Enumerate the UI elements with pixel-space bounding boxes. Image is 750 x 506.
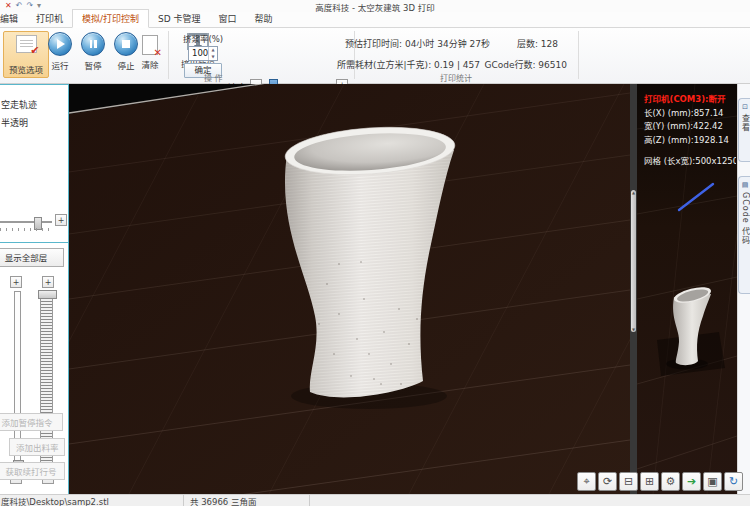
menu-tab-window[interactable]: 窗口 xyxy=(210,10,246,27)
transparency-plus-button[interactable]: + xyxy=(55,214,67,226)
pause-button[interactable]: 暂停 xyxy=(77,32,109,71)
slurry-rate-spinner[interactable]: 100 ▲ ▼ xyxy=(188,46,218,61)
left-sidebar: 空走轨迹 半透明 + 显示全部层 + + - - 添加暂停指令 添加出料率 获取… xyxy=(0,84,69,494)
tab-view[interactable]: ⊡ 查看 xyxy=(738,98,750,162)
transparency-slider[interactable] xyxy=(0,216,54,234)
right-tab-strip: ⊡ 查看 ▤ GCode 代码 xyxy=(737,84,750,494)
save-button[interactable]: ▣ xyxy=(703,472,722,491)
file-path: 度科技\Desktop\samp2.stl xyxy=(0,495,184,506)
layer-ruler-thumb[interactable] xyxy=(38,290,57,299)
rotate-view-button[interactable]: ⟳ xyxy=(598,472,617,491)
sidebar-divider xyxy=(0,242,69,243)
add-extrusion-rate-button[interactable]: 添加出料率 xyxy=(9,438,65,456)
spinner-arrows[interactable]: ▲ ▼ xyxy=(208,47,217,60)
status-bar: 度科技\Desktop\samp2.stl 共 36966 三角面 xyxy=(0,494,750,506)
menu-bar: 编辑 打印机 模拟/打印控制 SD 卡管理 窗口 帮助 xyxy=(0,12,750,28)
menu-tab-sim-print-control[interactable]: 模拟/打印控制 xyxy=(72,9,149,28)
ribbon-separator xyxy=(168,31,169,79)
pause-icon xyxy=(81,32,105,56)
layer-ruler-top-plus-button[interactable]: + xyxy=(42,276,54,288)
show-all-layers-button[interactable]: 显示全部层 xyxy=(0,248,64,267)
viewport-toolbar: ⌖ ⟳ ⊟ ⊞ ⚙ ➔ ▣ ↻ xyxy=(577,472,743,491)
preview-info-overlay: 打印机(COM3):断开 长(X) (mm):857.14 宽(Y) (mm):… xyxy=(644,92,736,166)
splitter-up-icon: ▲ xyxy=(632,190,635,195)
operation-group-label: 操 作 xyxy=(204,72,223,83)
3d-viewport[interactable] xyxy=(69,84,630,494)
printer-status: 打印机(COM3):断开 xyxy=(644,92,736,104)
translucent-toggle[interactable]: 半透明 xyxy=(1,116,28,129)
play-icon xyxy=(48,32,72,56)
clear-button[interactable]: 清除 xyxy=(134,32,166,70)
spin-down-icon[interactable]: ▼ xyxy=(212,55,215,59)
view-icon: ⊡ xyxy=(742,103,748,111)
menu-tab-help[interactable]: 帮助 xyxy=(246,10,282,27)
collapse-window-button[interactable]: ⊟ xyxy=(619,472,638,491)
dimension-z: 高(Z) (mm):1928.14 xyxy=(644,133,736,145)
gcode-icon: ▤ xyxy=(742,181,749,189)
ribbon-separator xyxy=(578,31,579,79)
splitter-handle[interactable]: ▲ ▼ xyxy=(631,190,636,332)
spin-up-icon[interactable]: ▲ xyxy=(212,48,215,52)
reset-view-button[interactable]: ↻ xyxy=(724,472,743,491)
tab-gcode[interactable]: ▤ GCode 代码 xyxy=(738,176,750,294)
delete-page-icon xyxy=(142,35,158,55)
layer-slider-top-plus-button[interactable]: + xyxy=(10,276,22,288)
add-pause-command-button[interactable]: 添加暂停指令 xyxy=(0,413,63,431)
grid-info: 网格 (长x宽):500x1250 xyxy=(644,154,736,166)
layer-count: 层数: 128 xyxy=(517,37,558,50)
print-preview-pane[interactable]: 打印机(COM3):断开 长(X) (mm):857.14 宽(Y) (mm):… xyxy=(637,84,737,494)
menu-tab-printer[interactable]: 打印机 xyxy=(27,10,72,27)
triangle-count: 共 36966 三角面 xyxy=(184,495,310,506)
center-model-button[interactable]: ⌖ xyxy=(577,472,596,491)
gcode-line-count: GCode行数: 96510 xyxy=(484,58,567,71)
run-button[interactable]: 运行 xyxy=(44,32,76,71)
ribbon-toolbar: 预览选项 运行 暂停 停止 清除 挤出暂停 挤浆率(%) 100 ▲ ▼ 确定 xyxy=(0,28,750,84)
material-needed: 所需耗材(立方米|千克): 0.19 | 457 xyxy=(337,58,480,71)
viewport-splitter[interactable]: ▲ ▼ xyxy=(630,84,637,494)
slurry-rate-label: 挤浆率(%) xyxy=(183,32,223,44)
menu-tab-sdcard[interactable]: SD 卡管理 xyxy=(149,10,210,27)
dimension-y: 宽(Y) (mm):422.42 xyxy=(644,119,736,131)
preview-options-button[interactable]: 预览选项 xyxy=(3,31,49,78)
print-stats-group-label: 打印统计 xyxy=(440,72,472,83)
checklist-icon xyxy=(16,35,37,53)
status-empty-cell xyxy=(310,495,750,506)
get-resume-line-button[interactable]: 获取续打行号 xyxy=(0,462,65,480)
slider-ticks xyxy=(0,228,52,231)
dimension-x: 长(X) (mm):857.14 xyxy=(644,106,736,118)
travel-path-toggle[interactable]: 空走轨迹 xyxy=(1,98,37,111)
estimated-time: 预估打印时间: 04小时 34分钟 27秒 xyxy=(345,37,490,50)
slurry-rate-value[interactable]: 100 xyxy=(189,47,208,60)
splitter-down-icon: ▼ xyxy=(632,327,635,332)
expand-window-button[interactable]: ⊞ xyxy=(640,472,659,491)
send-gcode-button[interactable]: ➔ xyxy=(682,472,701,491)
build-plate-scene xyxy=(69,84,630,494)
menu-tab-edit[interactable]: 编辑 xyxy=(0,10,27,27)
printer-settings-button[interactable]: ⚙ xyxy=(661,472,680,491)
